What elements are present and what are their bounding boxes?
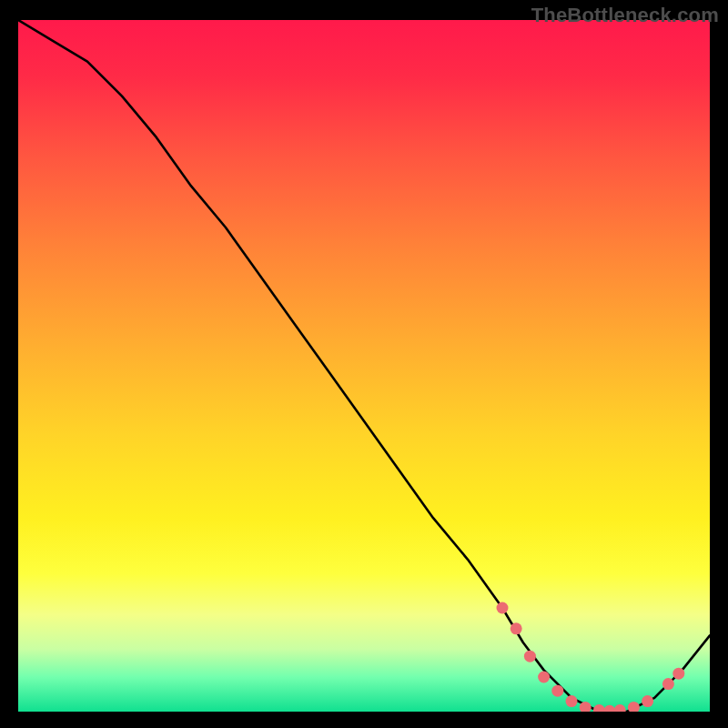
highlight-dot — [672, 668, 684, 680]
plot-area — [18, 20, 710, 712]
highlight-dot — [593, 704, 605, 712]
highlight-dot — [538, 672, 550, 683]
highlight-dot — [524, 651, 536, 662]
bottleneck-curve — [18, 20, 710, 712]
highlight-dot — [603, 705, 615, 712]
highlight-dot — [614, 704, 626, 712]
curve-layer — [18, 20, 710, 712]
highlight-dot — [551, 685, 563, 697]
highlight-dot — [511, 622, 522, 634]
watermark-text: TheBottleneck.com — [531, 4, 719, 27]
highlight-dot — [566, 695, 578, 707]
chart-frame: TheBottleneck.com — [0, 0, 728, 728]
highlight-dot — [662, 678, 674, 690]
highlight-dot — [628, 702, 640, 712]
highlight-dot — [642, 695, 653, 707]
highlight-dot — [497, 602, 509, 614]
